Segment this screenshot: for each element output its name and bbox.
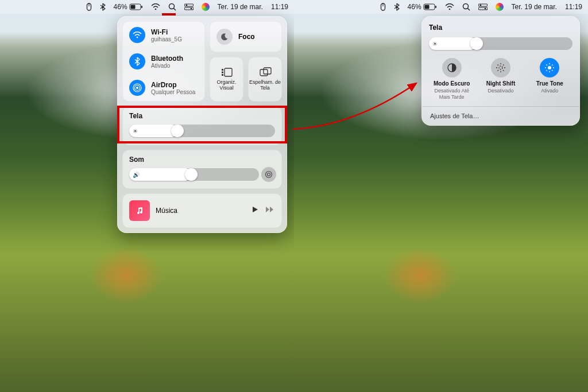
bluetooth-icon bbox=[129, 53, 145, 69]
menubar: 46% Ter. 19 de mar. 11:19 bbox=[294, 0, 588, 14]
airdrop-sub: Qualquer Pessoa bbox=[151, 89, 195, 95]
bluetooth-icon[interactable] bbox=[394, 3, 400, 11]
annotation-underline bbox=[162, 13, 176, 15]
svg-line-7 bbox=[173, 9, 176, 11]
control-center-icon[interactable] bbox=[184, 3, 194, 10]
wifi-icon bbox=[129, 27, 145, 43]
brightness-icon: ☀ bbox=[432, 41, 438, 47]
true-tone-icon bbox=[540, 58, 559, 77]
music-card[interactable]: Música bbox=[122, 193, 282, 228]
menubar-date[interactable]: Ter. 19 de mar. bbox=[512, 3, 557, 11]
svg-rect-32 bbox=[478, 4, 488, 6]
wifi-sub: guihaas_5G bbox=[151, 36, 182, 42]
dark-mode-label: Modo Escuro bbox=[434, 80, 470, 87]
airdrop-title: AirDrop bbox=[151, 81, 195, 89]
sound-title: Som bbox=[129, 156, 275, 164]
svg-line-52 bbox=[552, 70, 553, 71]
night-shift-label: Night Shift bbox=[486, 80, 516, 87]
control-center-icon[interactable] bbox=[478, 3, 488, 10]
search-icon[interactable] bbox=[462, 3, 470, 11]
bluetooth-item[interactable]: Bluetooth Ativado bbox=[129, 53, 198, 69]
display-panel-title: Tela bbox=[429, 24, 572, 32]
moon-icon bbox=[216, 29, 233, 45]
night-shift-icon bbox=[491, 58, 510, 77]
menubar-time[interactable]: 11:19 bbox=[271, 3, 288, 11]
control-center-panel: Wi-Fi guihaas_5G Bluetooth Ativado bbox=[117, 16, 287, 233]
left-pane: 46% Ter. 19 de mar. 11:19 bbox=[0, 0, 294, 392]
bluetooth-icon[interactable] bbox=[100, 3, 106, 11]
svg-rect-19 bbox=[222, 74, 223, 76]
screen-mirroring-button[interactable]: Espelham. de Tela bbox=[248, 57, 282, 102]
focus-card[interactable]: Foco bbox=[210, 21, 282, 52]
battery-indicator[interactable]: 46% bbox=[408, 3, 437, 11]
night-shift-status: Desativado bbox=[488, 88, 513, 94]
night-shift-button[interactable]: Night Shift Desativado bbox=[478, 58, 523, 100]
dark-mode-button[interactable]: Modo Escuro Desativado Até Mais Tarde bbox=[429, 58, 474, 100]
menubar-date[interactable]: Ter. 19 de mar. bbox=[218, 3, 263, 11]
airplay-audio-icon[interactable] bbox=[261, 167, 276, 182]
menubar-time[interactable]: 11:19 bbox=[565, 3, 582, 11]
right-pane: 46% Ter. 19 de mar. 11:19 Tela ☀ bbox=[294, 0, 588, 392]
svg-point-35 bbox=[484, 8, 486, 10]
bluetooth-sub: Ativado bbox=[151, 63, 183, 69]
wifi-icon[interactable] bbox=[445, 3, 454, 10]
siri-icon[interactable] bbox=[202, 3, 210, 11]
stage-manager-label: Organiz. Visual bbox=[210, 80, 243, 91]
svg-line-45 bbox=[503, 65, 504, 66]
svg-point-23 bbox=[268, 173, 270, 176]
brightness-slider[interactable]: ☀ bbox=[129, 125, 275, 137]
svg-rect-8 bbox=[184, 4, 194, 6]
svg-line-54 bbox=[552, 65, 553, 66]
play-icon[interactable] bbox=[251, 205, 259, 216]
svg-line-53 bbox=[547, 70, 548, 71]
true-tone-label: True Tone bbox=[536, 80, 563, 87]
siri-icon[interactable] bbox=[496, 3, 504, 11]
display-section[interactable]: Tela ☀ bbox=[122, 106, 282, 145]
display-title: Tela bbox=[129, 112, 275, 120]
svg-point-13 bbox=[136, 87, 138, 89]
svg-line-44 bbox=[497, 70, 498, 71]
music-app-icon bbox=[129, 200, 150, 221]
wifi-item[interactable]: Wi-Fi guihaas_5G bbox=[129, 27, 198, 43]
focus-label: Foco bbox=[238, 33, 255, 41]
mouse-icon bbox=[86, 3, 92, 11]
svg-point-37 bbox=[499, 66, 502, 69]
airdrop-item[interactable]: AirDrop Qualquer Pessoa bbox=[129, 80, 198, 96]
stage-manager-icon bbox=[220, 67, 233, 77]
svg-point-30 bbox=[463, 4, 468, 9]
wifi-title: Wi-Fi bbox=[151, 28, 182, 36]
brightness-icon: ☀ bbox=[133, 128, 138, 134]
battery-percent: 46% bbox=[114, 3, 127, 11]
svg-point-6 bbox=[169, 4, 174, 9]
volume-slider[interactable]: 🔊 bbox=[129, 168, 259, 181]
wifi-icon[interactable] bbox=[151, 3, 160, 10]
volume-icon: 🔊 bbox=[133, 172, 140, 178]
battery-indicator[interactable]: 46% bbox=[114, 3, 143, 11]
svg-point-5 bbox=[154, 9, 156, 10]
svg-rect-10 bbox=[184, 7, 194, 10]
svg-rect-28 bbox=[435, 6, 436, 8]
true-tone-button[interactable]: True Tone Ativado bbox=[527, 58, 572, 100]
svg-point-12 bbox=[137, 37, 138, 38]
svg-rect-18 bbox=[222, 72, 223, 73]
svg-line-31 bbox=[467, 9, 470, 11]
svg-rect-17 bbox=[222, 69, 223, 71]
svg-rect-34 bbox=[478, 7, 488, 10]
sound-section: Som 🔊 bbox=[122, 150, 282, 189]
svg-point-46 bbox=[548, 66, 551, 69]
svg-line-42 bbox=[497, 65, 498, 66]
svg-rect-3 bbox=[130, 5, 135, 9]
search-icon[interactable] bbox=[168, 3, 176, 11]
network-card: Wi-Fi guihaas_5G Bluetooth Ativado bbox=[122, 21, 205, 102]
display-panel: Tela ☀ Modo Escuro Desativado Até Mais T… bbox=[421, 16, 580, 126]
display-settings-link[interactable]: Ajustes de Tela… bbox=[422, 106, 579, 125]
svg-point-9 bbox=[185, 5, 187, 6]
dark-mode-status: Desativado Até Mais Tarde bbox=[429, 88, 474, 100]
stage-manager-button[interactable]: Organiz. Visual bbox=[210, 57, 243, 102]
svg-point-11 bbox=[190, 8, 192, 10]
svg-point-22 bbox=[266, 172, 272, 178]
forward-icon[interactable] bbox=[265, 205, 275, 216]
screen-mirroring-label: Espelham. de Tela bbox=[248, 80, 282, 91]
brightness-slider[interactable]: ☀ bbox=[429, 37, 572, 50]
screen-mirroring-icon bbox=[259, 67, 272, 77]
